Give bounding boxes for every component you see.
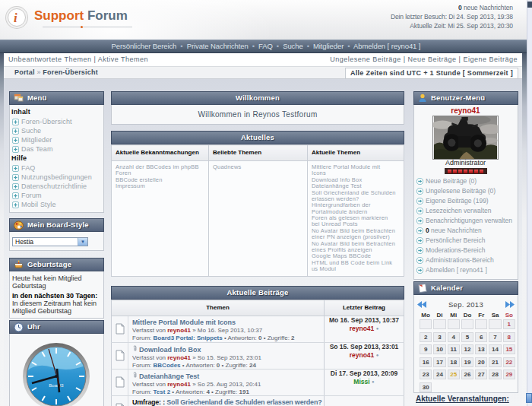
- svg-text:Board3: Board3: [49, 383, 64, 388]
